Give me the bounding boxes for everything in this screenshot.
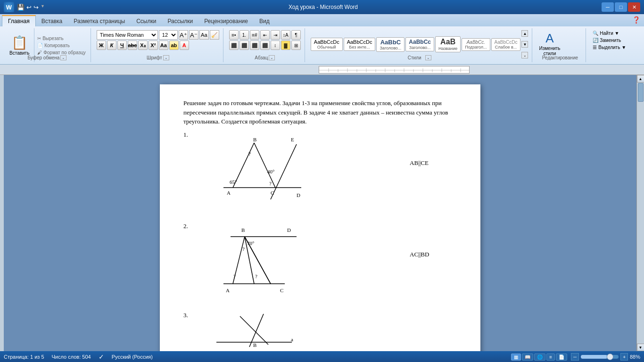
style-subtitle[interactable]: AaBbCc. Подзагол... bbox=[462, 38, 490, 51]
line-spacing-btn[interactable]: ↕ bbox=[271, 41, 280, 50]
font-color-btn[interactable]: A bbox=[180, 41, 189, 50]
copy-button[interactable]: 📄 Копировать bbox=[36, 42, 86, 49]
tab-insert[interactable]: Вставка bbox=[36, 15, 68, 26]
style-heading1[interactable]: AaBbC Заголово... bbox=[376, 37, 405, 52]
view-normal-btn[interactable]: ▦ bbox=[511, 354, 521, 361]
borders-btn[interactable]: ⊞ bbox=[291, 41, 301, 50]
tab-mailings[interactable]: Рассылки bbox=[162, 15, 198, 26]
font-grow-btn[interactable]: A⁺ bbox=[179, 30, 188, 40]
ribbon-content: 📋 Вставить ✂ Вырезать 📄 Копировать 🖌 Фор… bbox=[0, 26, 644, 64]
svg-text:a: a bbox=[291, 337, 293, 342]
styles-scroll-up[interactable]: ▲ ▼ ⌄ bbox=[521, 30, 528, 58]
show-formatting-btn[interactable]: ¶ bbox=[291, 30, 301, 40]
scroll-up-btn[interactable]: ▲ bbox=[637, 75, 644, 82]
styles-expand-icon[interactable]: ⌄ bbox=[425, 55, 431, 60]
align-left-btn[interactable]: ⬛ bbox=[229, 41, 239, 50]
font-size-select[interactable]: 12 bbox=[159, 30, 178, 40]
language[interactable]: Русский (Россия) bbox=[112, 354, 153, 360]
decrease-indent-btn[interactable]: ⇤ bbox=[260, 30, 270, 40]
ruler-area bbox=[0, 65, 644, 75]
style-heading2[interactable]: AaBbCc Заголово... bbox=[405, 37, 434, 51]
ribbon-tabs: Главная Вставка Разметка страницы Ссылки… bbox=[0, 14, 644, 26]
quick-access-toolbar: 💾 ↩ ↪ ▼ bbox=[17, 4, 45, 11]
style-no-spacing[interactable]: AaBbCcDc Без инте... bbox=[344, 38, 376, 51]
clear-format-btn[interactable]: 🧹 bbox=[210, 30, 219, 40]
style-subtle-emphasis[interactable]: AaBbCcDc Слабое в... bbox=[491, 38, 521, 51]
format-painter-button[interactable]: 🖌 Формат по образцу bbox=[36, 49, 86, 56]
intro-paragraph: Решение задач по готовым чертежам. Задач… bbox=[183, 99, 457, 126]
window-title: Ход урока - Microsoft Word bbox=[289, 4, 358, 10]
clipboard-expand-icon[interactable]: ⌄ bbox=[60, 55, 66, 60]
styles-down-btn[interactable]: ▼ bbox=[521, 41, 528, 48]
font-shrink-btn[interactable]: A⁻ bbox=[189, 30, 198, 40]
svg-line-46 bbox=[240, 316, 268, 345]
svg-text:B: B bbox=[253, 137, 256, 142]
scroll-thumb[interactable] bbox=[638, 83, 644, 102]
tab-page-layout[interactable]: Разметка страницы bbox=[68, 15, 131, 26]
spell-check-icon[interactable]: ✓ bbox=[99, 353, 104, 361]
subscript-btn[interactable]: X₂ bbox=[138, 41, 148, 50]
zoom-out-btn[interactable]: ─ bbox=[571, 353, 579, 361]
sort-btn[interactable]: ↕A bbox=[281, 30, 290, 40]
bullet-list-btn[interactable]: ≡• bbox=[229, 30, 239, 40]
view-web-btn[interactable]: 🌐 bbox=[534, 354, 545, 361]
styles-up-btn[interactable]: ▲ bbox=[521, 30, 528, 37]
italic-btn[interactable]: К bbox=[107, 41, 116, 50]
style-title[interactable]: АаВ Название bbox=[435, 36, 461, 52]
scroll-down-btn[interactable]: ▼ bbox=[637, 344, 644, 351]
zoom-in-btn[interactable]: + bbox=[620, 353, 628, 361]
font-expand-icon[interactable]: ⌄ bbox=[163, 55, 169, 60]
paragraph-group: ≡• 1. ≡# ⇤ ⇥ ↕A ¶ ⬛ ⬛ ⬛ ⬛ ↕ ▓ ⊞ bbox=[225, 28, 305, 62]
maximize-btn[interactable]: □ bbox=[615, 2, 627, 12]
redo-btn[interactable]: ↪ bbox=[33, 4, 39, 11]
paragraph-expand-icon[interactable]: ⌄ bbox=[269, 55, 275, 60]
style-normal[interactable]: AaBbCcDc Обычный bbox=[311, 38, 343, 51]
multilevel-list-btn[interactable]: ≡# bbox=[250, 30, 259, 40]
strikethrough-btn[interactable]: abc bbox=[128, 41, 137, 50]
change-styles-btn[interactable]: A Изменить стили bbox=[538, 30, 561, 57]
font-name-select[interactable]: Times New Roman bbox=[97, 30, 158, 40]
bold-btn[interactable]: Ж bbox=[97, 41, 106, 50]
task2-diagram: B D 70° bbox=[198, 222, 330, 305]
change-case-btn[interactable]: Aa bbox=[199, 30, 209, 40]
superscript-btn[interactable]: X² bbox=[149, 41, 158, 50]
task1-number: 1. bbox=[183, 131, 188, 138]
cut-button[interactable]: ✂ Вырезать bbox=[36, 35, 86, 41]
view-reading-btn[interactable]: 📖 bbox=[522, 354, 533, 361]
tab-view[interactable]: Вид bbox=[254, 15, 275, 26]
svg-text:?: ? bbox=[248, 151, 251, 156]
minimize-btn[interactable]: ─ bbox=[602, 2, 614, 12]
svg-text:A: A bbox=[227, 190, 231, 196]
numbered-list-btn[interactable]: 1. bbox=[239, 30, 249, 40]
highlight-btn[interactable]: ab bbox=[169, 41, 179, 50]
tab-references[interactable]: Ссылки bbox=[131, 15, 162, 26]
word-count: Число слов: 504 bbox=[52, 354, 91, 360]
select-btn[interactable]: ☰ Выделить ▼ bbox=[592, 44, 627, 50]
text-effects-btn[interactable]: Aa bbox=[159, 41, 168, 50]
view-outline-btn[interactable]: ≡ bbox=[546, 354, 555, 361]
replace-btn[interactable]: 🔄 Заменить bbox=[592, 37, 627, 43]
find-btn[interactable]: 🔍 Найти ▼ bbox=[592, 30, 627, 36]
svg-line-22 bbox=[254, 143, 275, 188]
tab-review[interactable]: Рецензирование bbox=[198, 15, 254, 26]
close-btn[interactable]: ✕ bbox=[628, 2, 640, 12]
page-count: Страница: 1 из 5 bbox=[4, 354, 44, 360]
view-draft-btn[interactable]: 📄 bbox=[556, 354, 567, 361]
help-icon[interactable]: ❓ bbox=[630, 14, 642, 26]
zoom-control: ─ + 88% bbox=[571, 353, 640, 361]
paste-button[interactable]: 📋 Вставить bbox=[8, 34, 31, 57]
align-center-btn[interactable]: ⬛ bbox=[239, 41, 249, 50]
increase-indent-btn[interactable]: ⇥ bbox=[271, 30, 280, 40]
zoom-level[interactable]: 88% bbox=[630, 354, 640, 360]
shading-btn[interactable]: ▓ bbox=[281, 41, 290, 50]
undo-btn[interactable]: ↩ bbox=[26, 4, 32, 11]
task3-number: 3. bbox=[183, 312, 188, 319]
save-btn[interactable]: 💾 bbox=[17, 4, 25, 11]
zoom-knob[interactable] bbox=[607, 354, 613, 360]
underline-btn[interactable]: Ч bbox=[117, 41, 127, 50]
justify-btn[interactable]: ⬛ bbox=[260, 41, 270, 50]
tab-home[interactable]: Главная bbox=[2, 15, 36, 26]
editing-group: A Изменить стили Редактирование bbox=[534, 28, 586, 62]
align-right-btn[interactable]: ⬛ bbox=[250, 41, 259, 50]
clipboard-group: 📋 Вставить ✂ Вырезать 📄 Копировать 🖌 Фор… bbox=[4, 28, 91, 62]
